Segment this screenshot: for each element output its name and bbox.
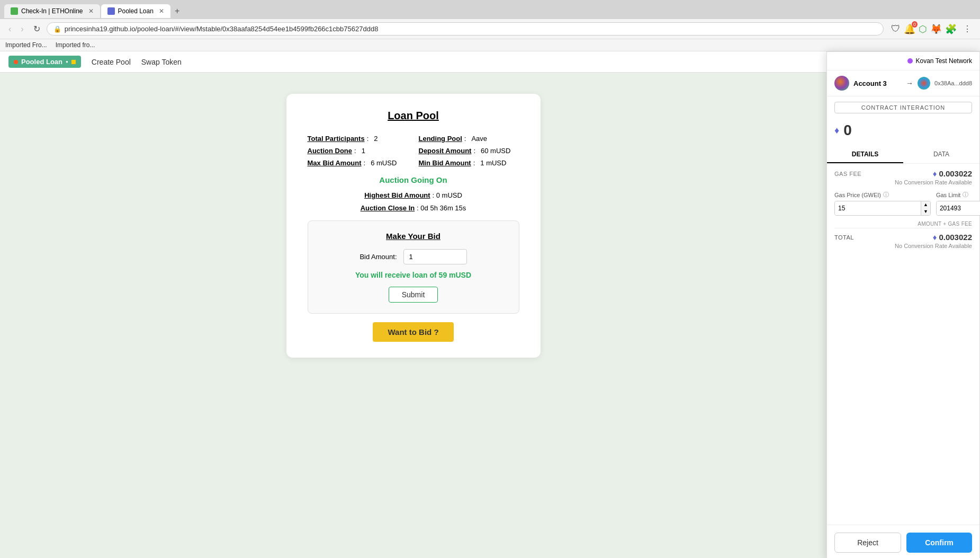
max-bid-row: Max Bid Amount : 6 mUSD xyxy=(308,159,408,167)
mm-gas-price-info[interactable]: ⓘ xyxy=(883,191,889,199)
mm-account-row: Account 3 → 0x38Aa...ddd8 xyxy=(827,70,979,96)
tab-title-pooled: Pooled Loan xyxy=(118,7,154,15)
mm-gas-limit-label: Gas Limit ⓘ xyxy=(936,191,980,199)
mm-tabs: DETAILS DATA xyxy=(827,146,979,164)
menu-button[interactable]: ⋮ xyxy=(960,23,975,35)
info-grid: Total Participants : 2 Lending Pool : Aa… xyxy=(308,135,519,167)
mm-gas-price-col: Gas Price (GWEI) ⓘ ▲ ▼ xyxy=(834,191,931,216)
bookmarks-bar: Imported Fro... Imported fro... xyxy=(0,39,980,51)
mm-network: Kovan Test Network xyxy=(907,57,973,65)
mm-gas-price-arrows: ▲ ▼ xyxy=(921,201,930,215)
browser-chrome: Check-In | ETHOnline ✕ Pooled Loan ✕ + ‹… xyxy=(0,0,980,51)
mm-gas-price-up[interactable]: ▲ xyxy=(921,201,930,208)
colon-2: : xyxy=(464,135,466,143)
app-logo-text: Pooled Loan xyxy=(21,58,62,66)
mm-eth-amount: 0 xyxy=(843,122,852,139)
mm-gas-price-input[interactable] xyxy=(835,201,921,215)
mm-network-name: Kovan Test Network xyxy=(916,57,973,65)
highest-bid-info: Highest Bid Amount : 0 mUSD xyxy=(308,191,519,199)
highest-bid-label: Highest Bid Amount xyxy=(364,191,430,199)
colon-3: : xyxy=(354,147,356,155)
loan-message: You will receive loan of 59 mUSD xyxy=(319,271,508,279)
total-participants-row: Total Participants : 2 xyxy=(308,135,408,143)
logo-dot xyxy=(14,60,18,64)
mm-gas-row: Gas Price (GWEI) ⓘ ▲ ▼ Gas Limit ⓘ xyxy=(834,191,972,216)
mm-gas-fee-value: ♦ 0.003022 xyxy=(933,169,972,178)
tab-close-pooled[interactable]: ✕ xyxy=(159,7,164,15)
mm-gas-price-label: Gas Price (GWEI) ⓘ xyxy=(834,191,931,199)
metamask-fox-icon[interactable]: 🦊 xyxy=(930,23,942,35)
extension-icon-1[interactable]: ⬡ xyxy=(919,23,927,35)
colon-4: : xyxy=(473,147,475,155)
tab-favicon-checkin xyxy=(11,7,18,15)
browser-right-icons: 🛡 🔔0 ⬡ 🦊 🧩 xyxy=(891,23,957,35)
mm-gas-limit-input[interactable] xyxy=(937,201,980,215)
mm-total-value: ♦ 0.003022 xyxy=(933,233,972,242)
highest-bid-value: : 0 mUSD xyxy=(432,191,462,199)
mm-gas-limit-col: Gas Limit ⓘ ▲ ▼ xyxy=(936,191,980,216)
min-bid-row: Min Bid Amount : 1 mUSD xyxy=(419,159,519,167)
min-bid-label: Min Bid Amount xyxy=(419,159,471,167)
bid-amount-label: Bid Amount: xyxy=(359,253,397,261)
bookmark-1[interactable]: Imported Fro... xyxy=(5,41,47,49)
nav-create-pool[interactable]: Create Pool xyxy=(92,58,131,66)
max-bid-label: Max Bid Amount xyxy=(308,159,362,167)
mm-header: Kovan Test Network xyxy=(827,52,979,70)
url-bar[interactable]: 🔒 princesinha19.github.io/pooled-loan/#/… xyxy=(47,22,884,36)
mm-gas-price-down[interactable]: ▼ xyxy=(921,208,930,215)
lending-pool-label: Lending Pool xyxy=(419,135,462,143)
forward-button[interactable]: › xyxy=(17,23,26,35)
mm-gas-limit-info[interactable]: ⓘ xyxy=(963,191,968,199)
mm-total-sub: No Conversion Rate Available xyxy=(834,243,972,249)
mm-total-row: TOTAL ♦ 0.003022 xyxy=(834,228,972,243)
main-area: Loan Pool Total Participants : 2 Lending… xyxy=(0,73,826,379)
puzzle-icon[interactable]: 🧩 xyxy=(945,23,957,35)
metamask-popup: Kovan Test Network Account 3 → 0x38Aa...… xyxy=(826,51,980,558)
deposit-amount-row: Deposit Amount : 60 mUSD xyxy=(419,147,519,155)
mm-actions: Reject Confirm xyxy=(827,525,979,558)
mm-gas-fee-number: 0.003022 xyxy=(939,169,972,178)
mm-tab-data[interactable]: DATA xyxy=(903,146,979,163)
auction-close-label: Auction Close In xyxy=(361,204,415,212)
mm-details-section: GAS FEE ♦ 0.003022 No Conversion Rate Av… xyxy=(827,164,979,254)
back-button[interactable]: ‹ xyxy=(5,23,14,35)
max-bid-value: 6 mUSD xyxy=(371,159,397,167)
shield-icon: 🛡 xyxy=(891,23,901,34)
mm-gas-limit-input-wrap: ▲ ▼ xyxy=(936,201,980,216)
loan-pool-title: Loan Pool xyxy=(308,110,519,122)
mm-total-label: TOTAL xyxy=(834,234,854,241)
mm-reject-button[interactable]: Reject xyxy=(834,533,901,553)
nav-swap-token[interactable]: Swap Token xyxy=(141,58,182,66)
mm-amount-gas-label: AMOUNT + GAS FEE xyxy=(834,221,972,227)
mm-gas-fee-label: GAS FEE xyxy=(834,171,861,177)
bid-amount-row: Bid Amount: xyxy=(319,249,508,264)
total-participants-label: Total Participants xyxy=(308,135,365,143)
new-tab-button[interactable]: + xyxy=(172,3,183,19)
auction-close-value: : 0d 5h 36m 15s xyxy=(417,204,466,212)
mm-total-number: 0.003022 xyxy=(939,233,972,242)
url-lock-icon: 🔒 xyxy=(53,25,61,33)
colon-6: : xyxy=(473,159,475,167)
reload-button[interactable]: ↻ xyxy=(30,23,43,35)
submit-button[interactable]: Submit xyxy=(389,287,438,303)
mm-tab-details[interactable]: DETAILS xyxy=(827,146,903,163)
tab-pooled-loan[interactable]: Pooled Loan ✕ xyxy=(101,4,170,18)
mm-account-name: Account 3 xyxy=(853,79,902,87)
bookmark-2[interactable]: Imported fro... xyxy=(56,41,95,49)
url-text: princesinha19.github.io/pooled-loan/#/vi… xyxy=(65,25,877,33)
auction-done-value: 1 xyxy=(362,147,365,155)
mm-confirm-button[interactable]: Confirm xyxy=(906,533,972,553)
mm-contract-label: CONTRACT INTERACTION xyxy=(834,102,972,113)
app-logo: Pooled Loan ● xyxy=(8,56,81,68)
auction-close-info: Auction Close In : 0d 5h 36m 15s xyxy=(308,203,519,212)
tab-favicon-pooled xyxy=(107,7,115,15)
nav-bar: ‹ › ↻ 🔒 princesinha19.github.io/pooled-l… xyxy=(0,19,980,39)
tab-close-checkin[interactable]: ✕ xyxy=(88,7,94,15)
tab-checkin[interactable]: Check-In | ETHOnline ✕ xyxy=(4,4,100,18)
want-to-bid-button[interactable]: Want to Bid ? xyxy=(373,322,453,342)
colon-5: : xyxy=(364,159,366,167)
auction-status: Auction Going On xyxy=(308,175,519,184)
bid-amount-input[interactable] xyxy=(403,249,467,264)
mm-account-arrow[interactable]: → xyxy=(906,79,913,87)
mm-eth-icon: ♦ xyxy=(834,125,839,136)
